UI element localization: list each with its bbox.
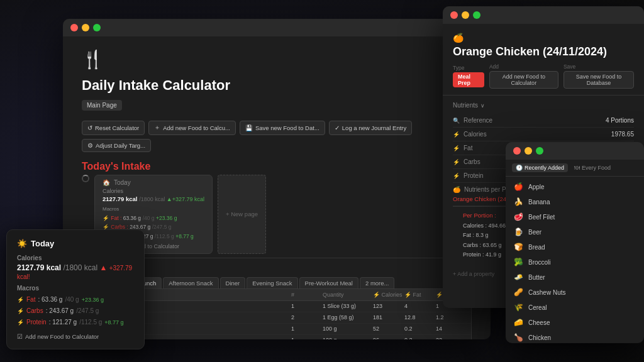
chicken-emoji: 🍗 (513, 333, 523, 342)
today-card-title: ☀️ Today (17, 239, 134, 248)
reset-calculator-button[interactable]: ↺ Reset Calculator (82, 121, 145, 135)
food-item-banana[interactable]: 🍌 Banana (506, 194, 644, 209)
fp-close-btn[interactable] (513, 147, 521, 155)
food-item-beef[interactable]: 🥩 Beef Filet (506, 209, 644, 224)
oc-header: 🍊 Orange Chicken (24/11/2024) Type Meal … (443, 24, 644, 96)
today-card-calories: Calories (17, 253, 134, 262)
macros-display: Macros (103, 204, 204, 214)
food-item-cashew[interactable]: 🥜 Cashew Nuts (506, 285, 644, 300)
meal-type-badge: Meal Prep (453, 72, 484, 87)
new-page-button[interactable]: + New page (218, 175, 266, 254)
add-control: Add Add new Food to Calculator (489, 63, 558, 89)
fp-minimize-btn[interactable] (525, 147, 532, 155)
diner-tab[interactable]: Diner (220, 277, 246, 288)
afternoon-snack-tab[interactable]: Afternoon Snack (163, 277, 218, 288)
food-item-apple[interactable]: 🍎 Apple (506, 179, 644, 194)
add-property-button[interactable]: + Add a property (453, 268, 494, 280)
maximize-btn[interactable] (93, 24, 101, 31)
calories-label: Calories (17, 255, 42, 261)
food-item-butter[interactable]: 🧈 Butter (506, 270, 644, 285)
butter-emoji: 🧈 (513, 273, 523, 282)
oc-titlebar (443, 6, 644, 24)
food-tabs-bar: 🕐Recently Added 🍽Every Food (506, 160, 644, 177)
oc-minimize-btn[interactable] (462, 11, 469, 19)
oc-add-button[interactable]: Add new Food to Calculator (489, 71, 558, 89)
main-page-breadcrumb[interactable]: Main Page (82, 100, 122, 111)
calories-delta: ▲ (99, 263, 107, 272)
banana-emoji: 🍌 (513, 197, 523, 206)
pre-workout-tab[interactable]: Pre-Workout Meal (299, 277, 358, 288)
today-card-calories-value: 2127.79 kcal /1800 kcal ▲ +327.79 kcal! (17, 263, 134, 281)
fat-macro-line: ⚡ Fat : 63.36 g /40 g +23.36 g (17, 294, 134, 305)
cheese-emoji: 🧀 (513, 318, 523, 327)
oc-close-btn[interactable] (450, 11, 458, 19)
every-food-tab[interactable]: 🍽Every Food (570, 163, 614, 172)
food-item-cereal[interactable]: 🌾 Cereal (506, 300, 644, 315)
protein-macro-line: ⚡ Protein : 121.27 g /112.5 g +8.77 g (17, 317, 134, 328)
oc-icon: 🍊 (453, 33, 634, 43)
calories-value-row: 2127.79 kcal /1800 kcal ▲+327.79 kcal (103, 195, 204, 202)
cashew-emoji: 🥜 (513, 288, 523, 297)
calories-number: 2127.79 kcal (17, 263, 61, 272)
calories-display: Calories (103, 187, 204, 194)
beef-emoji: 🥩 (513, 212, 523, 221)
app-icon: 🍴 (82, 49, 472, 70)
main-titlebar (63, 19, 491, 36)
food-panel-titlebar (506, 142, 644, 160)
apple-emoji: 🍎 (513, 182, 523, 191)
oc-controls: Type Meal Prep Add Add new Food to Calcu… (453, 63, 634, 89)
close-btn[interactable] (70, 24, 78, 31)
adjust-targets-button[interactable]: ⚙ Adjust Daily Targ... (82, 139, 151, 152)
oc-maximize-btn[interactable] (473, 11, 480, 19)
sun-icon: ☀️ (17, 239, 27, 248)
food-item-bread[interactable]: 🍞 Bread (506, 239, 644, 255)
breadcrumb: Main Page (82, 100, 472, 111)
fp-maximize-btn[interactable] (536, 147, 543, 155)
calories-row: ⚡Calories 1978.65 (453, 128, 634, 141)
tab-header: 🏠 Today (103, 179, 204, 186)
app-title: Daily Intake Calculator (82, 77, 472, 94)
recently-added-tab[interactable]: 🕐Recently Added (512, 163, 568, 172)
food-item-cheese[interactable]: 🧀 Cheese (506, 315, 644, 330)
type-control: Type Meal Prep (453, 65, 484, 87)
save-control: Save Save new Food to Database (564, 63, 634, 89)
add-food-calculator-card-button[interactable]: ☑ Add new Food to Calculator (17, 333, 99, 340)
loading-spinner (82, 175, 89, 182)
minimize-btn[interactable] (82, 24, 89, 31)
broccoli-emoji: 🥦 (513, 258, 523, 266)
add-food-calculator-button[interactable]: ＋ Add new Food to Calcu... (148, 121, 236, 135)
food-item-beer[interactable]: 🍺 Beer (506, 224, 644, 239)
nutrients-label: Nutrients ∨ (453, 102, 634, 109)
food-list: 🍎 Apple 🍌 Banana 🥩 Beef Filet 🍺 Beer 🍞 B… (506, 177, 644, 343)
cereal-emoji: 🌾 (513, 303, 523, 312)
macros-section-label: Macros (17, 285, 134, 292)
more-tabs[interactable]: 2 more... (360, 277, 395, 288)
beer-emoji: 🍺 (513, 228, 523, 236)
fat-macro: ⚡ Fat : 63.36 g /40 g +23.36 g (103, 214, 204, 223)
food-item-broccoli[interactable]: 🥦 Broccoli (506, 255, 644, 270)
log-journal-button[interactable]: ✓ Log a new Journal Entry (329, 121, 412, 135)
oc-title: Orange Chicken (24/11/2024) (453, 45, 634, 58)
bread-emoji: 🍞 (513, 243, 523, 251)
toolbar: ↺ Reset Calculator ＋ Add new Food to Cal… (63, 117, 491, 156)
oc-save-button[interactable]: Save new Food to Database (564, 71, 634, 89)
today-card: ☀️ Today Calories 2127.79 kcal /1800 kca… (6, 229, 145, 349)
reference-row: 🔍Reference 4 Portions (453, 114, 634, 128)
calories-target: /1800 kcal (63, 263, 97, 272)
evening-snack-tab[interactable]: Evening Snack (247, 277, 297, 288)
app-header: 🍴 Daily Intake Calculator Main Page (63, 36, 491, 117)
today-intake-title: Today's Intake (63, 156, 491, 175)
save-food-database-button[interactable]: 💾 Save new Food to Dat... (240, 121, 325, 135)
food-item-chicken[interactable]: 🍗 Chicken (506, 330, 644, 343)
food-list-panel: 🕐Recently Added 🍽Every Food 🍎 Apple 🍌 Ba… (506, 142, 644, 343)
carbs-macro-line: ⚡ Carbs : 243.67 g /247.5 g (17, 305, 134, 317)
